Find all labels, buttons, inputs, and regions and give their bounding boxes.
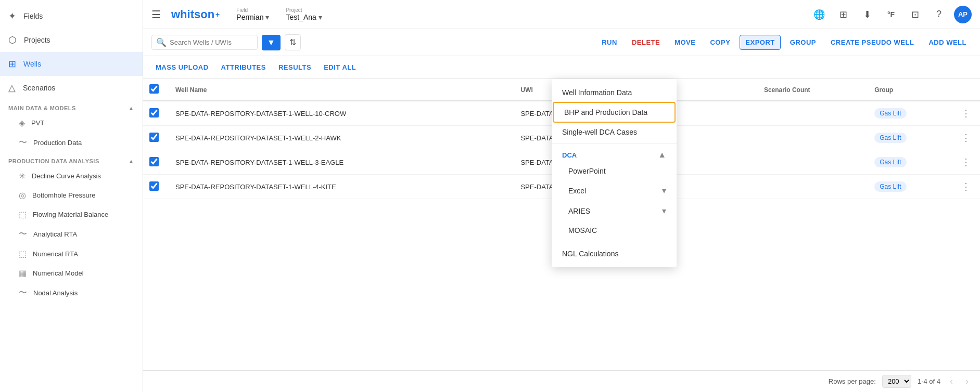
edit-all-button[interactable]: EDIT ALL: [320, 61, 360, 73]
sidebar-item-label: Flowing Material Balance: [33, 211, 108, 218]
row-checkbox-2[interactable]: [149, 157, 159, 166]
project-value: Test_Ana: [286, 13, 316, 21]
checkbox-column-header: [143, 79, 169, 101]
search-input[interactable]: [170, 38, 253, 46]
row-checkbox-0[interactable]: [149, 108, 159, 117]
group-cell: Gas Lift: [868, 101, 952, 126]
delete-button[interactable]: DELETE: [627, 35, 665, 49]
field-selector[interactable]: Field Permian ▾: [236, 7, 269, 21]
sidebar-item-bhp[interactable]: ◎ Bottomhole Pressure: [0, 186, 143, 205]
action-toolbar: 🔍 ▼ ⇅ RUN DELETE MOVE COPY EXPORT GROUP …: [143, 29, 980, 56]
download-icon[interactable]: ⬇: [858, 6, 876, 23]
sidebar-item-label: Decline Curve Analysis: [32, 172, 101, 180]
dropdown-bhp-prod[interactable]: BHP and Production Data: [553, 102, 676, 123]
create-pseudo-well-button[interactable]: CREATE PSEUDO WELL: [825, 35, 919, 49]
export-button[interactable]: EXPORT: [740, 35, 780, 50]
scenario-count-cell: [758, 126, 868, 150]
sidebar-item-scenarios[interactable]: △ Scenarios: [0, 76, 143, 100]
page-range: 1-4 of 4: [918, 377, 940, 385]
project-selector[interactable]: Project Test_Ana ▾: [286, 7, 322, 21]
sidebar-item-production-data[interactable]: 〜 Production Data: [0, 133, 143, 153]
analytical-rta-icon: 〜: [19, 229, 27, 240]
header-icons: 🌐 ⊞ ⬇ °F ⊡ ? AP: [810, 6, 972, 23]
move-button[interactable]: MOVE: [669, 35, 701, 49]
mass-upload-button[interactable]: MASS UPLOAD: [151, 61, 213, 73]
search-icon: 🔍: [156, 37, 167, 47]
results-button[interactable]: RESULTS: [274, 61, 315, 73]
group-button[interactable]: GROUP: [785, 35, 821, 49]
scenario-count-cell: [758, 101, 868, 126]
export-dropdown: Well Information Data BHP and Production…: [552, 79, 677, 267]
production-data-icon: 〜: [19, 137, 27, 148]
dropdown-divider-1: [552, 143, 677, 144]
prev-page-button[interactable]: ‹: [947, 375, 956, 388]
attributes-button[interactable]: ATTRIBUTES: [217, 61, 270, 73]
dropdown-excel[interactable]: Excel ▾: [552, 180, 677, 201]
group-cell: Gas Lift: [868, 150, 952, 175]
well-name-cell: SPE-DATA-REPOSITORY-DATASET-1-WELL-3-EAG…: [169, 150, 514, 175]
grid-icon[interactable]: ⊞: [834, 6, 852, 23]
sidebar-item-label: Numerical Model: [33, 269, 84, 277]
globe-icon[interactable]: 🌐: [810, 6, 828, 23]
scenario-count-column-header: Scenario Count: [758, 79, 868, 101]
excel-expand-icon: ▾: [662, 186, 666, 195]
sidebar-item-label: Nodal Analysis: [33, 289, 78, 297]
field-value: Permian: [236, 13, 263, 21]
dropdown-divider-2: [552, 242, 677, 242]
sidebar-item-label: Production Data: [33, 139, 82, 147]
sidebar-item-analytical-rta[interactable]: 〜 Analytical RTA: [0, 224, 143, 244]
select-all-checkbox[interactable]: [149, 84, 159, 94]
sidebar-item-dca[interactable]: ✳ Decline Curve Analysis: [0, 166, 143, 186]
sidebar-item-label: Scenarios: [23, 84, 55, 92]
row-menu-button-1[interactable]: ⋮: [958, 131, 974, 145]
dca-collapse-icon: ▲: [658, 150, 666, 160]
projects-icon: ⬡: [8, 34, 17, 46]
help-icon[interactable]: ?: [930, 6, 948, 23]
section-main-data: Main Data & Models ▲: [0, 100, 143, 113]
dropdown-well-info[interactable]: Well Information Data: [552, 83, 677, 102]
sidebar-item-label: Fields: [23, 12, 43, 20]
row-checkbox-3[interactable]: [149, 181, 159, 191]
sidebar-item-numerical-model[interactable]: ▦ Numerical Model: [0, 264, 143, 283]
row-menu-button-3[interactable]: ⋮: [958, 180, 974, 193]
well-name-column-header: Well Name: [169, 79, 514, 101]
copy-button[interactable]: COPY: [705, 35, 735, 49]
aries-expand-icon: ▾: [662, 206, 666, 216]
sidebar-item-nodal-analysis[interactable]: 〜 Nodal Analysis: [0, 283, 143, 303]
dropdown-powerpoint[interactable]: PowerPoint: [552, 162, 677, 180]
dropdown-ngl[interactable]: NGL Calculations: [552, 244, 677, 263]
dropdown-mosaic[interactable]: MOSAIC: [552, 221, 677, 240]
nodal-analysis-icon: 〜: [19, 288, 27, 298]
temperature-icon[interactable]: °F: [882, 6, 900, 23]
bhp-icon: ◎: [19, 190, 26, 200]
menu-icon[interactable]: ☰: [151, 8, 161, 21]
row-checkbox-1[interactable]: [149, 133, 159, 142]
row-menu-button-0[interactable]: ⋮: [958, 107, 974, 120]
run-button[interactable]: RUN: [596, 35, 622, 49]
filter-button[interactable]: ▼: [262, 35, 281, 50]
sidebar-item-projects[interactable]: ⬡ Projects: [0, 28, 143, 52]
field-chevron-icon: ▾: [265, 13, 269, 21]
sort-button[interactable]: ⇅: [285, 34, 301, 50]
sidebar-item-numerical-rta[interactable]: ⬚ Numerical RTA: [0, 244, 143, 264]
sidebar-item-fmb[interactable]: ⬚ Flowing Material Balance: [0, 205, 143, 224]
wells-icon: ⊞: [8, 58, 16, 70]
next-page-button[interactable]: ›: [962, 375, 972, 388]
search-box[interactable]: 🔍: [151, 35, 258, 50]
numerical-rta-icon: ⬚: [19, 249, 27, 259]
per-page-select[interactable]: 200 50 100: [882, 375, 911, 388]
dropdown-dca-section[interactable]: DCA ▲: [552, 146, 677, 162]
group-cell: Gas Lift: [868, 175, 952, 199]
dropdown-single-well[interactable]: Single-well DCA Cases: [552, 123, 677, 141]
avatar[interactable]: AP: [954, 6, 972, 23]
sidebar-item-fields[interactable]: ✦ Fields: [0, 4, 143, 28]
sidebar-item-label: Numerical RTA: [33, 250, 78, 258]
sidebar-item-pvt[interactable]: ◈ PVT: [0, 113, 143, 133]
chat-icon[interactable]: ⊡: [906, 6, 924, 23]
sidebar-item-wells[interactable]: ⊞ Wells: [0, 52, 143, 76]
per-page-label: Rows per page:: [829, 377, 876, 385]
well-name-cell: SPE-DATA-REPOSITORY-DATASET-1-WELL-10-CR…: [169, 101, 514, 126]
add-well-button[interactable]: ADD WELL: [923, 35, 972, 49]
dropdown-aries[interactable]: ARIES ▾: [552, 201, 677, 221]
row-menu-button-2[interactable]: ⋮: [958, 155, 974, 169]
